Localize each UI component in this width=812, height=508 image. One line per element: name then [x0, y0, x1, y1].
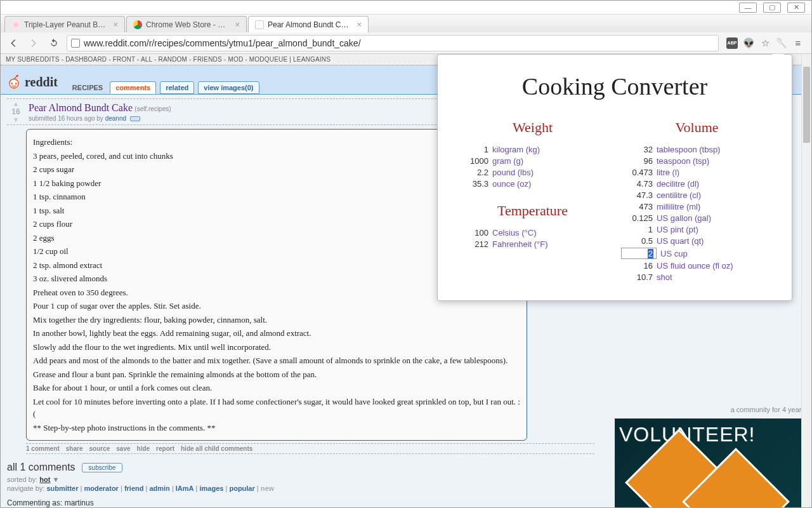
post-domain[interactable]: (self.recipes) [134, 105, 171, 112]
weight-unit-label[interactable]: pound (lbs) [492, 168, 534, 177]
temperature-unit-label[interactable]: Celsius (°C) [492, 228, 536, 237]
navby-new[interactable]: new [261, 485, 274, 492]
volume-value-input[interactable]: 1 [621, 225, 657, 234]
post-action-1-comment[interactable]: 1 comment [26, 445, 60, 452]
weight-unit-label[interactable]: ounce (oz) [492, 179, 531, 189]
converter-icon[interactable]: 🥄 [776, 37, 787, 49]
volume-unit-label[interactable]: millilitre (ml) [657, 202, 700, 211]
address-bar[interactable]: www.reddit.com/r/recipes/comments/ytmu1/… [67, 35, 719, 51]
volume-value-input[interactable]: 2 [621, 248, 657, 259]
volume-value-input[interactable]: 0.473 [621, 168, 657, 177]
volume-row-8: 0.5US quart (qt) [621, 236, 773, 246]
navigate-by-row: navigate by: submitter | moderator | fri… [7, 485, 594, 492]
tab-view-images[interactable]: view images(0) [198, 81, 259, 94]
volume-unit-label[interactable]: tablespoon (tbsp) [657, 145, 720, 154]
weight-value-input[interactable]: 2.2 [457, 168, 492, 177]
subscribe-button[interactable]: subscribe [82, 463, 123, 472]
volume-unit-label[interactable]: US quart (qt) [657, 236, 704, 246]
post-tagline: submitted 16 hours ago by deannd [29, 115, 171, 122]
volume-unit-label[interactable]: centilitre (cl) [657, 190, 701, 200]
scrollbar-thumb[interactable] [803, 67, 810, 143]
volume-unit-label[interactable]: US cup [660, 249, 688, 258]
extension-icons: ABP 👽 ☆ 🥄 ≡ [724, 37, 806, 49]
volume-value-input[interactable]: 16 [621, 261, 657, 271]
weight-value-input[interactable]: 35.3 [457, 179, 492, 189]
arrow-right-icon [28, 37, 39, 49]
minimize-button[interactable]: — [739, 3, 757, 13]
post-action-hide-all-child-comments[interactable]: hide all child comments [181, 445, 252, 452]
weight-value-input[interactable]: 1 [457, 145, 492, 154]
site-icon [71, 39, 80, 48]
tab-2-active[interactable]: Pear Almond Bundt Cake × [248, 16, 369, 32]
tab-0[interactable]: Triple-Layer Peanut Butte × [4, 16, 125, 32]
reddit-alien-icon[interactable]: 👽 [743, 37, 754, 49]
sidebar-banner[interactable]: VOLUNTEER! DEDICATED DAY OF SERVICE [615, 418, 805, 507]
section-label[interactable]: RECIPES [67, 81, 106, 94]
volume-row-6: 0.125US gallon (gal) [621, 213, 773, 223]
tab-related[interactable]: related [160, 81, 194, 94]
reddit-favicon-icon [255, 20, 264, 29]
maximize-button[interactable]: ▢ [763, 3, 781, 13]
close-tab-icon[interactable]: × [235, 20, 240, 29]
forward-button[interactable] [26, 36, 41, 51]
volume-value-input[interactable]: 32 [621, 145, 657, 154]
temperature-value-input[interactable]: 100 [457, 228, 492, 237]
weight-unit-label[interactable]: gram (g) [492, 156, 523, 166]
chrome-window: — ▢ ✕ Triple-Layer Peanut Butte × Chrome… [0, 0, 812, 508]
volume-value-input[interactable]: 473 [621, 202, 657, 211]
navby-moderator[interactable]: moderator [84, 485, 118, 492]
tab-1[interactable]: Chrome Web Store - Cook × [126, 16, 247, 32]
volume-value-input[interactable]: 0.125 [621, 213, 657, 223]
upvote-icon[interactable]: ▲ [7, 100, 25, 107]
tab-comments[interactable]: comments [110, 81, 156, 94]
commenting-label: Commenting as: [7, 498, 65, 507]
navby-submitter[interactable]: submitter [46, 485, 78, 492]
weight-unit-label[interactable]: kilogram (kg) [492, 145, 540, 154]
post-action-save[interactable]: save [116, 445, 130, 452]
volume-value-input[interactable]: 47.3 [621, 190, 657, 200]
downvote-icon[interactable]: ▼ [7, 116, 25, 123]
post-actions: 1 commentsharesourcesavehidereporthide a… [26, 443, 594, 454]
menu-icon[interactable]: ≡ [792, 37, 804, 49]
volume-unit-label[interactable]: litre (l) [657, 168, 679, 177]
close-tab-icon[interactable]: × [357, 20, 362, 29]
volume-unit-label[interactable]: US gallon (gal) [657, 213, 711, 223]
sort-value[interactable]: hot [39, 476, 50, 483]
volume-unit-label[interactable]: decilitre (dl) [657, 179, 699, 189]
volume-unit-label[interactable]: US fluid ounce (fl oz) [657, 261, 733, 271]
post-action-source[interactable]: source [89, 445, 110, 452]
navby-popular[interactable]: popular [229, 485, 254, 492]
reload-button[interactable] [46, 36, 62, 51]
temperature-unit-label[interactable]: Fahrenheit (°F) [492, 239, 548, 249]
navby-friend[interactable]: friend [124, 485, 144, 492]
post-action-share[interactable]: share [66, 445, 83, 452]
volume-unit-label[interactable]: teaspoon (tsp) [657, 156, 709, 166]
navby-admin[interactable]: admin [149, 485, 169, 492]
volume-unit-label[interactable]: US pint (pt) [657, 225, 698, 234]
abp-icon[interactable]: ABP [726, 37, 738, 49]
volume-row-0: 32tablespoon (tbsp) [621, 145, 773, 154]
volume-unit-label[interactable]: shot [657, 272, 672, 282]
volume-value-input[interactable]: 0.5 [621, 236, 657, 246]
sort-row[interactable]: sorted by: hot ▼ [7, 476, 594, 483]
post-action-hide[interactable]: hide [137, 445, 150, 452]
volume-value-input[interactable]: 10.7 [621, 272, 657, 282]
scrollbar-vertical[interactable] [801, 54, 811, 507]
volume-value-input[interactable]: 96 [621, 156, 657, 166]
chevron-down-icon: ▼ [53, 476, 60, 483]
back-button[interactable] [6, 36, 21, 51]
navby-IAmA[interactable]: IAmA [176, 485, 194, 492]
author-link[interactable]: deannd [105, 115, 126, 122]
close-window-button[interactable]: ✕ [787, 3, 805, 13]
temperature-value-input[interactable]: 212 [457, 239, 492, 249]
favicon-icon [11, 20, 20, 29]
weight-value-input[interactable]: 1000 [457, 156, 492, 166]
volume-value-input[interactable]: 4.73 [621, 179, 657, 189]
post-title[interactable]: Pear Almond Bundt Cake [29, 102, 133, 113]
star-icon[interactable]: ☆ [759, 37, 771, 49]
post-action-report[interactable]: report [156, 445, 174, 452]
close-tab-icon[interactable]: × [113, 20, 118, 29]
navby-label: navigate by: [7, 485, 46, 492]
reddit-logo[interactable]: reddit [6, 74, 58, 90]
navby-images[interactable]: images [200, 485, 224, 492]
